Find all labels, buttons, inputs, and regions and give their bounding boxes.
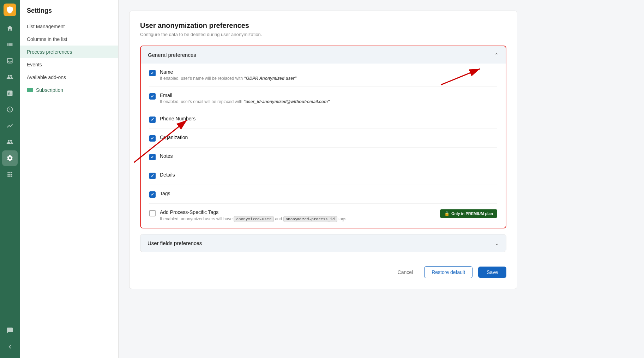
checkbox-phone[interactable] (149, 117, 156, 123)
checkbox-process-tags[interactable] (149, 210, 156, 216)
pref-label-email: Email (160, 93, 497, 98)
pref-label-notes: Notes (160, 153, 497, 159)
nav-settings-icon[interactable] (2, 150, 18, 166)
icon-bar (0, 0, 20, 358)
pref-item-notes: Notes (149, 148, 497, 166)
nav-collapse-icon[interactable] (2, 339, 18, 354)
checkbox-name[interactable] (149, 70, 156, 76)
sidebar-item-process-preferences[interactable]: Process preferences (20, 46, 118, 58)
sidebar-item-events[interactable]: Events (20, 58, 118, 71)
pref-label-phone: Phone Numbers (160, 116, 497, 121)
save-button[interactable]: Save (478, 267, 506, 278)
checkbox-details[interactable] (149, 173, 156, 179)
subscription-icon (27, 88, 33, 92)
general-preferences-header[interactable]: General preferences ⌃ (141, 46, 506, 64)
nav-inbox-icon[interactable] (2, 53, 18, 68)
general-preferences-title: General preferences (148, 52, 196, 58)
nav-chat-icon[interactable] (2, 323, 18, 338)
nav-apps-icon[interactable] (2, 167, 18, 182)
bottom-actions: Cancel Restore default Save (140, 261, 506, 278)
nav-clock-icon[interactable] (2, 102, 18, 117)
nav-contacts-icon[interactable] (2, 69, 18, 85)
pref-item-process-tags: Add Process-Specific Tags If enabled, an… (149, 204, 497, 228)
user-fields-title: User fields preferences (148, 240, 202, 246)
app-logo (4, 4, 16, 16)
pref-item-tags: Tags (149, 185, 497, 204)
general-preferences-accordion: General preferences ⌃ Name If enabled, u… (140, 46, 506, 228)
user-fields-chevron: ⌄ (495, 240, 499, 246)
pref-item-details: Details (149, 166, 497, 185)
sidebar-item-list-management[interactable]: List Management (20, 20, 118, 33)
nav-reports-icon[interactable] (2, 85, 18, 101)
pref-label-tags: Tags (160, 191, 497, 196)
lock-icon: 🔒 (444, 211, 450, 216)
sidebar-title: Settings (20, 7, 118, 20)
premium-badge: 🔒 Only in PREMIUM plan (440, 209, 497, 218)
general-preferences-chevron: ⌃ (494, 52, 499, 58)
sidebar-item-columns-in-list[interactable]: Columns in the list (20, 33, 118, 46)
pref-label-details: Details (160, 172, 497, 178)
pref-label-organization: Organization (160, 135, 497, 140)
pref-desc-name: If enabled, user's name will be replaced… (160, 76, 497, 81)
pref-item-name: Name If enabled, user's name will be rep… (149, 64, 497, 87)
page-subtitle: Configure the data to be deleted during … (140, 32, 506, 37)
sidebar: Settings List Management Columns in the … (20, 0, 119, 358)
tag-anonymized-process-id: anonymized-process_id (283, 216, 337, 222)
checkbox-tags[interactable] (149, 191, 156, 198)
cancel-button[interactable]: Cancel (392, 267, 419, 278)
pref-desc-email: If enabled, user's email will be replace… (160, 99, 497, 104)
content-card: User anonymization preferences Configure… (129, 11, 517, 289)
checkbox-organization[interactable] (149, 135, 156, 142)
pref-label-process-tags: Add Process-Specific Tags (160, 209, 436, 215)
checkbox-email[interactable] (149, 93, 156, 100)
sidebar-item-subscription[interactable]: Subscription (20, 84, 118, 96)
pref-label-name: Name (160, 69, 497, 75)
general-preferences-body: Name If enabled, user's name will be rep… (141, 64, 506, 228)
pref-item-phone: Phone Numbers (149, 110, 497, 129)
tag-anonymized-user: anonymized-user (234, 216, 273, 222)
pref-item-email: Email If enabled, user's email will be r… (149, 87, 497, 110)
nav-team-icon[interactable] (2, 134, 18, 150)
pref-desc-process-tags: If enabled, anonymized users will have a… (160, 216, 436, 222)
user-fields-accordion: User fields preferences ⌄ (140, 234, 506, 252)
page-title: User anonymization preferences (140, 22, 506, 30)
user-fields-header[interactable]: User fields preferences ⌄ (140, 234, 506, 252)
sidebar-item-available-addons[interactable]: Available add-ons (20, 71, 118, 84)
checkbox-notes[interactable] (149, 154, 156, 160)
main-content: User anonymization preferences Configure… (119, 0, 644, 358)
nav-list-icon[interactable] (2, 37, 18, 52)
nav-home-icon[interactable] (2, 20, 18, 36)
restore-default-button[interactable]: Restore default (424, 266, 473, 278)
nav-analytics-icon[interactable] (2, 118, 18, 133)
pref-item-organization: Organization (149, 129, 497, 148)
